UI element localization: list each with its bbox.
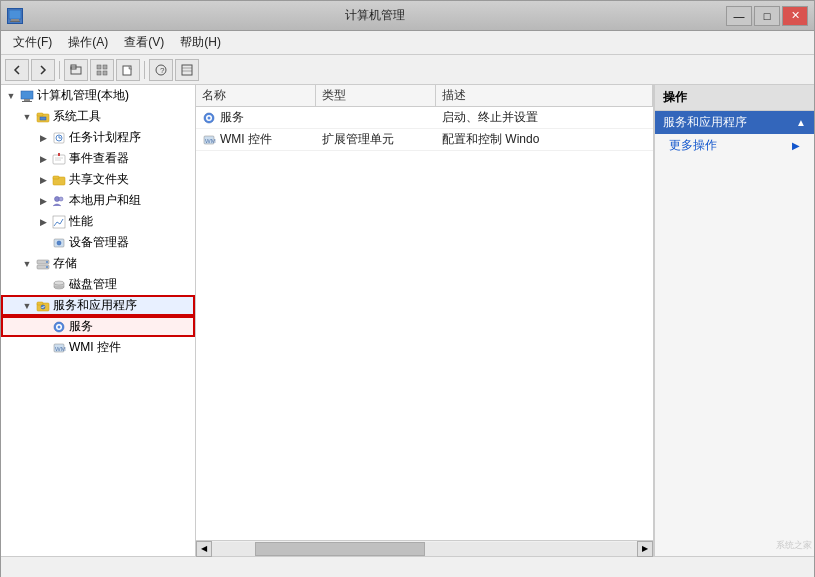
tree-root[interactable]: ▼ 计算机管理(本地) xyxy=(1,85,195,106)
services-row-icon xyxy=(202,111,216,125)
tree-device-manager[interactable]: ▶ 设备管理器 xyxy=(1,232,195,253)
horizontal-scrollbar[interactable]: ◀ ▶ xyxy=(196,540,653,556)
col-type[interactable]: 类型 xyxy=(316,85,436,106)
tree-task-scheduler[interactable]: ▶ 任务计划程序 xyxy=(1,127,195,148)
row-wmi-type: 扩展管理单元 xyxy=(316,129,436,150)
menu-view[interactable]: 查看(V) xyxy=(116,32,172,53)
toolbar-help[interactable]: ? xyxy=(149,59,173,81)
tree-shared-folders[interactable]: ▶ 共享文件夹 xyxy=(1,169,195,190)
root-expander[interactable]: ▼ xyxy=(3,88,19,104)
storage-icon xyxy=(35,256,51,272)
tree-root-label: 计算机管理(本地) xyxy=(37,87,129,104)
services-apps-label: 服务和应用程序 xyxy=(53,297,137,314)
system-tools-icon xyxy=(35,109,51,125)
scrollbar-track[interactable] xyxy=(212,542,637,556)
svg-point-56 xyxy=(208,116,211,119)
status-bar xyxy=(1,556,814,577)
menu-bar: 文件(F) 操作(A) 查看(V) 帮助(H) xyxy=(1,31,814,55)
svg-rect-0 xyxy=(9,10,21,19)
event-viewer-expander[interactable]: ▶ xyxy=(35,151,51,167)
list-row-wmi[interactable]: WMI WMI 控件 扩展管理单元 配置和控制 Windo xyxy=(196,129,653,151)
tree-disk-management[interactable]: ▶ 磁盘管理 xyxy=(1,274,195,295)
menu-action[interactable]: 操作(A) xyxy=(60,32,116,53)
scroll-right-arrow[interactable]: ▶ xyxy=(637,541,653,557)
storage-expander[interactable]: ▼ xyxy=(19,256,35,272)
action-section-arrow: ▲ xyxy=(796,117,806,128)
svg-point-47 xyxy=(58,325,61,328)
menu-file[interactable]: 文件(F) xyxy=(5,32,60,53)
svg-rect-2 xyxy=(10,21,20,22)
list-body: 服务 启动、终止并设置 WMI WMI 控件 扩展管理单元 配 xyxy=(196,107,653,540)
wmi-label: WMI 控件 xyxy=(69,339,121,356)
storage-label: 存储 xyxy=(53,255,77,272)
row-wmi-desc: 配置和控制 Windo xyxy=(436,129,653,150)
toolbar: ? xyxy=(1,55,814,85)
task-scheduler-expander[interactable]: ▶ xyxy=(35,130,51,146)
svg-rect-12 xyxy=(182,65,192,75)
actions-panel: 操作 服务和应用程序 ▲ 更多操作 ▶ xyxy=(654,85,814,556)
tree-local-users[interactable]: ▶ 本地用户和组 xyxy=(1,190,195,211)
performance-icon xyxy=(51,214,67,230)
maximize-button[interactable]: □ xyxy=(754,6,780,26)
main-area: ▼ 计算机管理(本地) ▼ xyxy=(1,85,814,556)
col-desc[interactable]: 描述 xyxy=(436,85,653,106)
tree-storage[interactable]: ▼ 存储 xyxy=(1,253,195,274)
svg-point-38 xyxy=(46,266,48,268)
shared-folders-expander[interactable]: ▶ xyxy=(35,172,51,188)
svg-text:WMI: WMI xyxy=(205,138,216,144)
col-name[interactable]: 名称 xyxy=(196,85,316,106)
menu-help[interactable]: 帮助(H) xyxy=(172,32,229,53)
svg-rect-7 xyxy=(97,71,101,75)
scroll-left-arrow[interactable]: ◀ xyxy=(196,541,212,557)
toolbar-new[interactable] xyxy=(116,59,140,81)
wmi-icon: WMI xyxy=(51,340,67,356)
disk-icon xyxy=(51,277,67,293)
svg-rect-15 xyxy=(21,91,33,99)
scrollbar-thumb[interactable] xyxy=(255,542,425,556)
row-services-name: 服务 xyxy=(196,107,316,128)
toolbar-sep-1 xyxy=(59,61,60,79)
svg-text:WMI: WMI xyxy=(55,346,66,352)
window-frame: 计算机管理 — □ ✕ 文件(F) 操作(A) 查看(V) 帮助(H) xyxy=(0,0,815,577)
action-more-ops-arrow: ▶ xyxy=(792,140,800,151)
action-section-services[interactable]: 服务和应用程序 ▲ xyxy=(655,111,814,134)
toolbar-back[interactable] xyxy=(5,59,29,81)
local-users-expander[interactable]: ▶ xyxy=(35,193,51,209)
users-icon xyxy=(51,193,67,209)
window-controls: — □ ✕ xyxy=(726,6,808,26)
perf-expander[interactable]: ▶ xyxy=(35,214,51,230)
svg-rect-16 xyxy=(24,99,30,101)
action-more-ops[interactable]: 更多操作 ▶ xyxy=(655,134,814,157)
toolbar-forward[interactable] xyxy=(31,59,55,81)
svg-point-31 xyxy=(59,197,63,201)
row-services-type xyxy=(316,116,436,120)
services-apps-expander[interactable]: ▼ xyxy=(19,298,35,314)
tree-panel: ▼ 计算机管理(本地) ▼ xyxy=(1,85,196,556)
toolbar-show[interactable] xyxy=(90,59,114,81)
tree-wmi[interactable]: ▶ WMI WMI 控件 xyxy=(1,337,195,358)
computer-icon xyxy=(19,88,35,104)
tree-services[interactable]: ▶ 服务 xyxy=(1,316,195,337)
toolbar-up[interactable] xyxy=(64,59,88,81)
task-scheduler-label: 任务计划程序 xyxy=(69,129,141,146)
close-button[interactable]: ✕ xyxy=(782,6,808,26)
toolbar-grid[interactable] xyxy=(175,59,199,81)
tree-event-viewer[interactable]: ▶ 事件查看器 xyxy=(1,148,195,169)
svg-rect-32 xyxy=(53,216,65,228)
performance-label: 性能 xyxy=(69,213,93,230)
svg-rect-25 xyxy=(53,155,65,164)
minimize-button[interactable]: — xyxy=(726,6,752,26)
window-title: 计算机管理 xyxy=(23,7,726,24)
svg-rect-1 xyxy=(11,19,19,21)
shared-folders-label: 共享文件夹 xyxy=(69,171,129,188)
device-manager-label: 设备管理器 xyxy=(69,234,129,251)
system-tools-expander[interactable]: ▼ xyxy=(19,109,35,125)
tree-system-tools[interactable]: ▼ 系统工具 xyxy=(1,106,195,127)
task-icon xyxy=(51,130,67,146)
title-bar: 计算机管理 — □ ✕ xyxy=(1,1,814,31)
svg-rect-8 xyxy=(103,71,107,75)
list-row-services[interactable]: 服务 启动、终止并设置 xyxy=(196,107,653,129)
tree-services-apps[interactable]: ▼ 服务和应用程序 xyxy=(1,295,195,316)
watermark: 系统之家 xyxy=(776,539,812,552)
tree-performance[interactable]: ▶ 性能 xyxy=(1,211,195,232)
